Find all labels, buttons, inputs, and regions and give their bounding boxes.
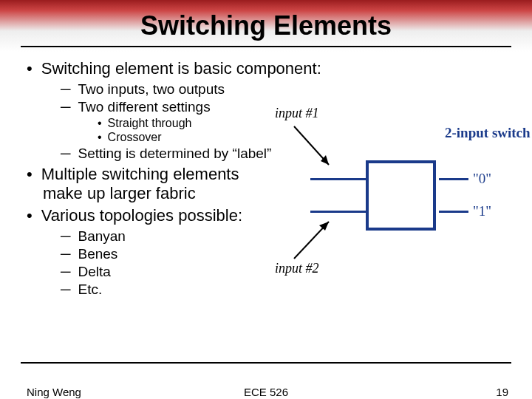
output1-label: "1" [473,203,491,219]
title-divider [21,46,511,47]
wire [439,211,468,213]
output0-label: "0" [473,171,491,187]
input2-label: input #2 [275,261,319,276]
wire [439,178,468,180]
switch-diagram: input #1 input #2 2-input switch "0" "1" [281,115,510,273]
footer-divider [21,362,511,364]
input1-label: input #1 [275,106,319,121]
slide-title: Switching Elements [0,0,532,41]
switch-box [366,160,436,231]
switch-label: 2-input switch [445,126,504,141]
bullet-sub: Etc. [61,282,517,298]
footer-course: ECE 526 [0,386,532,398]
arrow-icon [288,120,340,172]
bullet-main-2: Multiple switching elements make up larg… [27,165,278,203]
svg-marker-3 [319,222,329,231]
wire [310,178,366,180]
footer-page: 19 [496,386,508,398]
bullet-sub: Two inputs, two outputs [61,81,517,98]
wire [310,211,366,213]
